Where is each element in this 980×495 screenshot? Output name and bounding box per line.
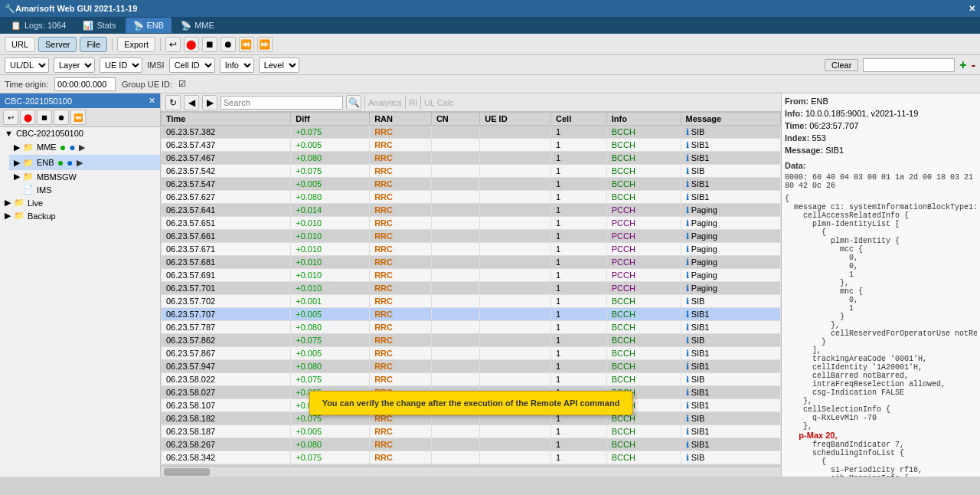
table-row[interactable]: 06.23.57.707 +0.005 RRC 1 BCCH ℹ SIB1 [162, 308, 781, 321]
table-row[interactable]: 06.23.57.627 +0.080 RRC 1 BCCH ℹ SIB1 [162, 191, 781, 204]
layer-select[interactable]: Layer [54, 57, 95, 73]
tab-stats[interactable]: 📊 Stats [75, 18, 123, 33]
sidebar-play-icon[interactable]: ⏺ [54, 110, 69, 125]
cell-message: ℹ SIB [681, 373, 780, 386]
time-value: 06:23:57.707 [809, 121, 858, 130]
table-row[interactable]: 06.23.57.437 +0.005 RRC 1 BCCH ℹ SIB1 [162, 139, 781, 152]
ueid-select[interactable]: UE ID [100, 57, 142, 73]
cell-time: 06.23.58.182 [162, 412, 291, 425]
cell-info: BCCH [606, 425, 681, 438]
sidebar-item-enb[interactable]: ▶ 📁 ENB ● ● ▶ [9, 155, 160, 170]
forward-icon[interactable]: ▶ [202, 95, 217, 110]
sidebar-item-live[interactable]: ▶ 📁 Live [0, 196, 160, 209]
table-row[interactable]: 06.23.57.382 +0.075 RRC 1 BCCH ℹ SIB [162, 126, 781, 139]
play-button[interactable]: ⏺ [220, 37, 236, 52]
table-row[interactable]: 06.23.58.022 +0.075 RRC 1 BCCH ℹ SIB [162, 373, 781, 386]
server-button[interactable]: Server [38, 37, 77, 52]
remove-filter-button[interactable]: - [972, 58, 975, 72]
table-row[interactable]: 06.23.57.651 +0.010 RRC 1 PCCH ℹ Paging [162, 217, 781, 230]
center-content: ↻ ◀ ▶ 🔍 Analytics RI UL Calc Time Diff R… [161, 93, 781, 477]
search-input[interactable] [220, 96, 343, 110]
table-row[interactable]: 06.23.58.187 +0.005 RRC 1 BCCH ℹ SIB1 [162, 425, 781, 438]
sidebar-rec-icon[interactable]: ⏹ [37, 110, 52, 125]
table-row[interactable]: 06.23.57.787 +0.080 RRC 1 BCCH ℹ SIB1 [162, 321, 781, 334]
time-input[interactable] [54, 77, 116, 91]
table-row[interactable]: 06.23.57.691 +0.010 RRC 1 PCCH ℹ Paging [162, 269, 781, 282]
tab-mme[interactable]: 📡 MME [173, 18, 222, 33]
cell-ueid [480, 256, 551, 269]
cell-message: ℹ SIB [681, 451, 780, 464]
ul-calc-label[interactable]: UL Calc [424, 98, 454, 107]
sidebar-item-mbmsgw[interactable]: ▶ 📁 MBMSGW [9, 170, 160, 183]
table-row[interactable]: 06.23.58.267 +0.080 RRC 1 BCCH ℹ SIB1 [162, 438, 781, 451]
stop-button[interactable]: ⏹ [202, 37, 217, 52]
sidebar-item-ims[interactable]: 📄 IMS [18, 183, 160, 196]
cell-ran: RRC [370, 373, 432, 386]
search-go-icon[interactable]: 🔍 [346, 95, 361, 110]
filter-text-input[interactable] [863, 58, 955, 72]
scrollbar-thumb[interactable] [164, 468, 210, 476]
cell-info: BCCH [606, 139, 681, 152]
cellid-select[interactable]: Cell ID [169, 57, 215, 73]
export-button[interactable]: Export [117, 37, 155, 52]
h-scrollbar[interactable] [161, 466, 781, 477]
cell-message: ℹ SIB1 [681, 425, 780, 438]
add-filter-button[interactable]: + [959, 58, 966, 72]
cell-ran: RRC [370, 217, 432, 230]
url-button[interactable]: URL [5, 37, 35, 52]
back-icon[interactable]: ◀ [184, 95, 199, 110]
cell-diff: +0.010 [291, 217, 370, 230]
table-row[interactable]: 06.23.57.671 +0.010 RRC 1 PCCH ℹ Paging [162, 243, 781, 256]
decoded-data: { message c1: systemInformationBlockType… [785, 195, 977, 477]
uldl-select[interactable]: UL/DL [5, 57, 49, 73]
cbc-expand-icon: ▼ [5, 129, 13, 138]
cell-ueid [480, 126, 551, 139]
prev-button[interactable]: ⏪ [239, 37, 254, 52]
next-button[interactable]: ⏩ [257, 37, 273, 52]
cell-ueid [480, 347, 551, 360]
table-row[interactable]: 06.23.57.701 +0.010 RRC 1 PCCH ℹ Paging [162, 282, 781, 295]
cell-diff: +0.075 [291, 165, 370, 178]
time-row: Time origin: Group UE ID: ☑ [0, 75, 980, 93]
mbmsgw-label: MBMSGW [37, 172, 77, 182]
table-row[interactable]: 06.23.57.547 +0.005 RRC 1 BCCH ℹ SIB1 [162, 178, 781, 191]
mme-status-icon: ● [60, 141, 66, 153]
sidebar-close-icon[interactable]: ✕ [149, 96, 155, 106]
table-row[interactable]: 06.23.57.862 +0.075 RRC 1 BCCH ℹ SIB [162, 334, 781, 347]
close-icon[interactable]: ✕ [969, 4, 975, 14]
cell-time: 06.23.57.707 [162, 308, 291, 321]
index-label: Index: [785, 133, 809, 143]
table-row[interactable]: 06.23.58.342 +0.075 RRC 1 BCCH ℹ SIB [162, 451, 781, 464]
sidebar-prev-icon[interactable]: ⏪ [70, 110, 86, 125]
sidebar-stop-icon[interactable]: ⬤ [20, 110, 35, 125]
level-select[interactable]: Level [259, 57, 299, 73]
record-button[interactable]: ⬤ [184, 37, 199, 52]
file-button[interactable]: File [80, 37, 107, 52]
sidebar-item-backup[interactable]: ▶ 📁 Backup [0, 209, 160, 222]
info-select[interactable]: Info [220, 57, 254, 73]
cell-ran: RRC [370, 152, 432, 165]
undo-button[interactable]: ↩ [165, 37, 181, 52]
cell-ran: RRC [370, 178, 432, 191]
sidebar-item-mme[interactable]: ▶ 📁 MME ● ● ▶ [9, 139, 160, 155]
table-row[interactable]: 06.23.57.467 +0.080 RRC 1 BCCH ℹ SIB1 [162, 152, 781, 165]
table-row[interactable]: 06.23.57.867 +0.005 RRC 1 BCCH ℹ SIB1 [162, 347, 781, 360]
table-row[interactable]: 06.23.57.542 +0.075 RRC 1 BCCH ℹ SIB [162, 165, 781, 178]
analytics-label[interactable]: Analytics [368, 98, 402, 107]
refresh-icon[interactable]: ↻ [165, 95, 181, 110]
sidebar-item-cbc[interactable]: ▼ CBC-2021050100 [0, 127, 160, 139]
ri-label[interactable]: RI [409, 98, 417, 107]
clear-button[interactable]: Clear [825, 59, 858, 71]
table-row[interactable]: 06.23.57.947 +0.080 RRC 1 BCCH ℹ SIB1 [162, 360, 781, 373]
table-row[interactable]: 06.23.57.681 +0.010 RRC 1 PCCH ℹ Paging [162, 256, 781, 269]
table-row[interactable]: 06.23.57.702 +0.001 RRC 1 BCCH ℹ SIB [162, 295, 781, 308]
table-row[interactable]: 06.23.57.661 +0.010 RRC 1 PCCH ℹ Paging [162, 230, 781, 243]
table-row[interactable]: 06.23.57.641 +0.014 RRC 1 PCCH ℹ Paging [162, 204, 781, 217]
cell-message: ℹ Paging [681, 243, 780, 256]
tab-logs[interactable]: 📋 Logs: 1064 [3, 18, 74, 33]
group-ueid-checkbox[interactable]: ☑ [178, 79, 186, 89]
cell-cn [431, 243, 479, 256]
tab-enb[interactable]: 📡 ENB [126, 18, 172, 33]
sidebar-header: CBC-2021050100 ✕ [0, 93, 160, 108]
sidebar-refresh-icon[interactable]: ↩ [3, 110, 18, 125]
